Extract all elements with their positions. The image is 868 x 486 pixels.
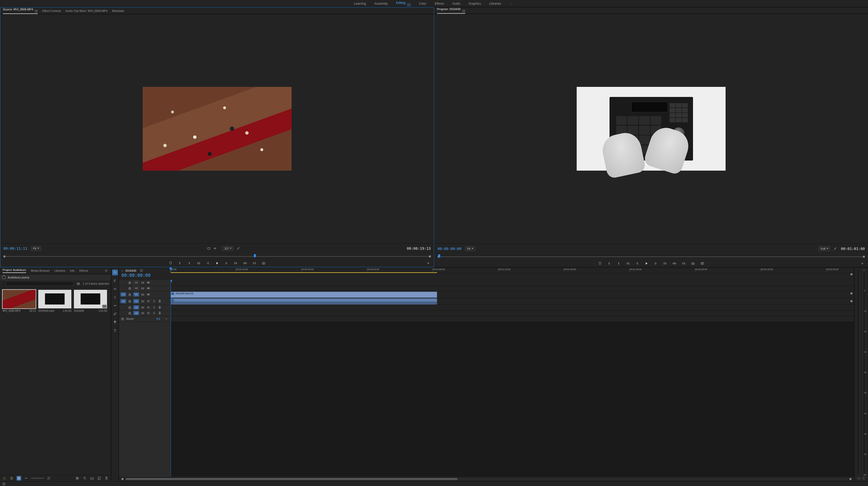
- sync-lock-icon[interactable]: [141, 299, 145, 303]
- timeline-clip-audio[interactable]: [170, 298, 437, 305]
- program-resolution-dropdown[interactable]: Full: [818, 246, 830, 251]
- track-lanes[interactable]: 2016430.mp4 [V]: [170, 280, 854, 477]
- program-current-timecode[interactable]: 00:00:00:00: [438, 247, 462, 251]
- track-header-v3[interactable]: V3: [119, 280, 170, 286]
- new-bin-icon[interactable]: [90, 476, 94, 481]
- solo-toggle[interactable]: S: [152, 299, 156, 303]
- tab-project[interactable]: Project: Audiobuzz: [3, 268, 26, 273]
- hand-tool-icon[interactable]: [112, 319, 118, 325]
- track-header-a1[interactable]: A1 A1 M S: [119, 298, 170, 305]
- tab-metadata[interactable]: Metadata: [112, 9, 124, 12]
- timeline-current-timecode[interactable]: 00:00:00:00: [122, 273, 168, 278]
- export-frame-icon[interactable]: [261, 261, 266, 266]
- source-viewer[interactable]: [0, 14, 434, 243]
- find-icon[interactable]: [83, 476, 87, 481]
- tab-media-browser[interactable]: Media Browser: [31, 269, 50, 272]
- mute-toggle[interactable]: M: [146, 299, 150, 303]
- track-header-master[interactable]: Master 0.0: [119, 316, 170, 322]
- project-search-input[interactable]: [2, 281, 74, 286]
- source-resolution-dropdown[interactable]: 1/2: [222, 246, 233, 251]
- automate-to-sequence-icon[interactable]: [75, 476, 80, 481]
- voiceover-icon[interactable]: [158, 299, 162, 303]
- go-to-in-icon[interactable]: [196, 261, 201, 266]
- bin-thumb[interactable]: [74, 290, 107, 308]
- freeform-view-icon[interactable]: [24, 476, 28, 481]
- write-lock-icon[interactable]: [2, 476, 7, 481]
- tab-effects[interactable]: Effects: [80, 269, 88, 272]
- slip-tool-icon[interactable]: [112, 303, 118, 308]
- panel-menu-icon[interactable]: [35, 10, 38, 12]
- go-to-out-icon[interactable]: [233, 261, 238, 266]
- zoom-scroll-handle[interactable]: [850, 273, 852, 275]
- go-to-out-icon[interactable]: [662, 261, 668, 266]
- ripple-edit-tool-icon[interactable]: [112, 286, 118, 292]
- expand-master-icon[interactable]: [164, 316, 169, 321]
- panel-menu-icon[interactable]: [462, 10, 465, 12]
- pen-tool-icon[interactable]: [112, 311, 118, 317]
- sync-lock-icon[interactable]: [141, 286, 145, 290]
- type-tool-icon[interactable]: [112, 328, 118, 333]
- lock-icon[interactable]: [128, 311, 132, 315]
- tab-info[interactable]: Info: [70, 269, 75, 272]
- source-settings-icon[interactable]: [236, 246, 241, 251]
- v-zoom-handle[interactable]: [850, 293, 852, 295]
- tab-effect-controls[interactable]: Effect Controls: [42, 9, 61, 12]
- track-header-a3[interactable]: A3 M S: [119, 310, 170, 316]
- button-editor-icon[interactable]: [426, 261, 431, 266]
- toggle-output-icon[interactable]: [146, 293, 150, 297]
- lock-icon[interactable]: [128, 305, 132, 309]
- program-scrub-bar[interactable]: [435, 254, 868, 260]
- close-sequence-icon[interactable]: ×: [122, 269, 123, 272]
- track-target[interactable]: A2: [133, 305, 139, 309]
- workspace-menu-icon[interactable]: [407, 4, 411, 6]
- mute-toggle[interactable]: M: [146, 311, 150, 315]
- workspace-tab-graphics[interactable]: Graphics: [469, 2, 481, 5]
- razor-tool-icon[interactable]: [112, 295, 118, 300]
- panel-menu-icon[interactable]: [140, 269, 143, 272]
- step-fwd-icon[interactable]: [224, 261, 229, 266]
- track-target[interactable]: A1: [133, 299, 139, 303]
- thumb-size-slider[interactable]: [31, 478, 44, 479]
- project-bin-grid[interactable]: MVI_0608.MP419:13 2016430.mp41:01:00 201…: [0, 287, 111, 475]
- workspace-overflow-icon[interactable]: [509, 1, 514, 6]
- play-icon[interactable]: [644, 261, 649, 266]
- track-target[interactable]: V1: [133, 293, 139, 297]
- comparison-view-icon[interactable]: [700, 261, 705, 266]
- sort-icon[interactable]: [46, 476, 51, 481]
- source-patch[interactable]: A1: [120, 299, 126, 303]
- export-frame-icon[interactable]: [690, 261, 695, 266]
- lock-icon[interactable]: [128, 299, 132, 303]
- mark-in-icon[interactable]: [607, 261, 612, 266]
- sync-lock-icon[interactable]: [141, 293, 145, 297]
- solo-toggle[interactable]: S: [152, 311, 156, 315]
- mark-out-icon[interactable]: [187, 261, 192, 266]
- solo-toggle[interactable]: S: [152, 305, 156, 309]
- zoom-handle-right[interactable]: [849, 478, 851, 480]
- toggle-output-icon[interactable]: [146, 286, 150, 290]
- voiceover-icon[interactable]: [158, 305, 162, 309]
- workspace-tab-learning[interactable]: Learning: [354, 2, 366, 5]
- step-back-icon[interactable]: [634, 261, 640, 266]
- lock-icon[interactable]: [128, 280, 132, 284]
- workspace-tab-assembly[interactable]: Assembly: [374, 2, 388, 5]
- add-marker-icon[interactable]: [168, 261, 173, 266]
- toggle-output-icon[interactable]: [146, 280, 150, 284]
- solo-left[interactable]: S: [857, 477, 860, 480]
- workspace-tab-effects[interactable]: Effects: [435, 2, 444, 5]
- sync-lock-icon[interactable]: [141, 311, 145, 315]
- go-to-in-icon[interactable]: [625, 261, 630, 266]
- add-marker-icon[interactable]: [597, 261, 602, 266]
- track-target[interactable]: V3: [133, 280, 139, 284]
- program-zoom-dropdown[interactable]: Fit: [465, 246, 475, 251]
- zoom-handle-left[interactable]: [122, 478, 124, 480]
- timeline-playhead-line[interactable]: [170, 280, 171, 477]
- lock-icon[interactable]: [128, 293, 132, 297]
- icon-view-icon[interactable]: [17, 476, 21, 481]
- sync-lock-icon[interactable]: [141, 305, 145, 309]
- sync-settings-icon[interactable]: [2, 482, 6, 486]
- drag-audio-only-icon[interactable]: [213, 246, 217, 251]
- step-fwd-icon[interactable]: [653, 261, 658, 266]
- timeline-playhead[interactable]: [170, 268, 171, 273]
- bin-thumb[interactable]: [38, 290, 71, 308]
- track-header-a2[interactable]: A2 M S: [119, 305, 170, 310]
